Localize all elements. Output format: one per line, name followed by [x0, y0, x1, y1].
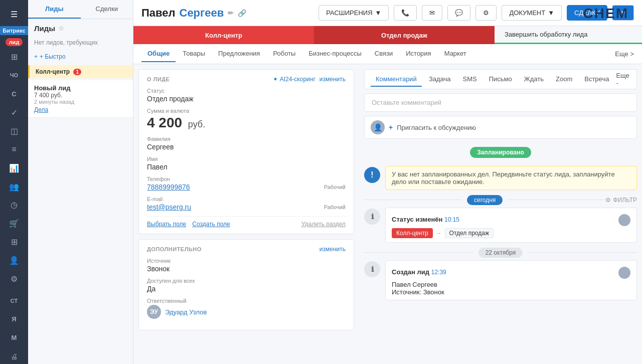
tab-roboty[interactable]: Роботы	[267, 46, 301, 62]
stage-zavershit[interactable]: Завершить обработку лида	[495, 26, 642, 44]
status-content: Статус изменён 10:15 Колл-центр → Отдел …	[385, 208, 637, 243]
users-icon[interactable]: 👤	[5, 253, 23, 268]
stage-koll-center[interactable]: Колл-центр	[133, 26, 314, 44]
delete-section-link[interactable]: Удалить раздел	[301, 221, 346, 228]
stage-otdel-prodazh-label: Отдел продаж	[381, 32, 427, 39]
quick-add-button[interactable]: + + Быстро	[28, 50, 133, 63]
activity-tab-meeting[interactable]: Встреча	[579, 72, 614, 87]
about-header: О ЛИДЕ ✦ AI24-скоринг изменить	[147, 76, 346, 83]
additional-header: ДОПОЛНИТЕЛЬНО изменить	[147, 246, 346, 253]
time-icon[interactable]: ◷	[5, 198, 23, 213]
chat-icon: 💬	[455, 9, 463, 17]
activity-tab-letter[interactable]: Письмо	[484, 72, 517, 87]
activity-tab-task[interactable]: Задача	[424, 72, 456, 87]
avatar: ЭУ	[147, 305, 161, 319]
planned-badge[interactable]: Запланировано	[470, 147, 531, 158]
tab-predlozheniya[interactable]: Предложения	[212, 46, 266, 62]
activity-tab-wait[interactable]: Ждать	[519, 72, 549, 87]
calendar-icon[interactable]: ◫	[5, 123, 23, 139]
reports-icon[interactable]: 📊	[5, 160, 23, 176]
about-edit-link[interactable]: изменить	[319, 76, 346, 83]
ct-label[interactable]: СТ	[5, 293, 23, 308]
email-value[interactable]: test@pserg.ru	[147, 203, 191, 211]
main-content: Павел Сергеев ✏ 🔗 РАСШИРЕНИЯ ▼ 📞 ✉ 💬 ⚙ Д…	[133, 0, 642, 364]
menu-icon[interactable]: ☰	[5, 5, 23, 23]
link-icon[interactable]: 🔗	[238, 9, 246, 17]
date-badge: 22 октября	[478, 249, 523, 256]
star-icon[interactable]: ☆	[58, 25, 64, 32]
status-to-chip: Отдел продаж	[445, 228, 494, 238]
responsible-name[interactable]: Эдуард Узлов	[165, 308, 207, 316]
feed-icon[interactable]: ≡	[5, 142, 23, 157]
tab-svyazi[interactable]: Связи	[369, 46, 399, 62]
available-field: Доступен для всех Да	[147, 278, 346, 293]
ai-scoring-badge[interactable]: ✦ AI24-скоринг	[273, 76, 315, 83]
create-field-link[interactable]: Создать поле	[192, 221, 230, 228]
arrow-icon: →	[436, 230, 442, 237]
print-icon[interactable]: 🖨	[5, 348, 23, 364]
stage-label[interactable]: Колл-центр 1	[28, 65, 133, 78]
phone-button[interactable]: 📞	[394, 5, 417, 21]
email-button[interactable]: ✉	[422, 5, 442, 21]
contacts-icon[interactable]: 👥	[5, 179, 23, 195]
left-panel: О ЛИДЕ ✦ AI24-скоринг изменить Статус От…	[133, 64, 359, 364]
settings-button[interactable]: ⚙	[475, 5, 497, 21]
activity-tab-sms[interactable]: SMS	[458, 72, 482, 87]
lastname-value: Сергеев	[147, 143, 346, 151]
tab-tovary[interactable]: Товары	[177, 46, 211, 62]
lid-badge[interactable]: лид	[6, 38, 23, 46]
activity-tab-comment[interactable]: Комментарий	[371, 72, 422, 87]
status-header: Статус изменён 10:15	[392, 212, 630, 226]
tab-lidy[interactable]: Лиды	[28, 0, 81, 19]
edit-icon[interactable]: ✏	[228, 9, 234, 17]
invite-plus: +	[389, 123, 393, 131]
dashboard-icon[interactable]: ⊞	[5, 49, 23, 65]
created-item: ℹ Создан лид 12:39 Павел Сергеев Источни…	[364, 260, 637, 300]
warning-item: ! У вас нет запланированных дел. Передви…	[364, 166, 637, 190]
tabs-more[interactable]: Еще >	[615, 50, 634, 58]
m-label[interactable]: М	[5, 330, 23, 345]
comment-box[interactable]: Оставьте комментарий	[364, 93, 637, 112]
activity-tab-zoom[interactable]: Zoom	[551, 72, 577, 87]
tab-market[interactable]: Маркет	[438, 46, 472, 62]
settings-icon[interactable]: ⚙	[5, 271, 23, 287]
activity-tabs-more[interactable]: Еще -	[616, 72, 630, 87]
tab-sdelki[interactable]: Сделки	[81, 0, 133, 19]
phone-icon: 📞	[401, 9, 409, 17]
app-name-badge[interactable]: Битрикс	[0, 26, 29, 35]
status-time: 10:15	[444, 216, 459, 223]
lead-card-link[interactable]: Дела	[34, 106, 127, 113]
phone-field: Телефон 78889999876 Рабочий	[147, 176, 346, 191]
available-value: Да	[147, 285, 346, 293]
created-title-row: Создан лид 12:39	[392, 268, 446, 276]
amount-label: Сумма и валюта	[147, 108, 346, 114]
shop-icon[interactable]: 🛒	[5, 216, 23, 231]
lead-card[interactable]: Новый лид 7 400 руб. 2 минуты назад Дела	[28, 80, 133, 118]
tab-biznes-processy[interactable]: Бизнес-процессы	[302, 46, 367, 62]
chat-icon[interactable]: ЧО	[5, 68, 23, 83]
secondary-sidebar-title: Лиды ☆	[28, 19, 133, 35]
invite-avatar: 👤	[371, 120, 385, 134]
chat-button[interactable]: 💬	[447, 5, 470, 21]
document-button[interactable]: ДОКУМЕНТ ▼	[502, 5, 562, 21]
rasshireniya-button[interactable]: РАСШИРЕНИЯ ▼	[318, 5, 389, 21]
about-footer: Выбрать поле Создать поле Удалить раздел	[147, 216, 346, 228]
email-label: E-mail	[147, 196, 346, 202]
additional-title: ДОПОЛНИТЕЛЬНО	[147, 246, 202, 252]
amount-value: 4 200 руб.	[147, 115, 346, 131]
status-title: Статус изменён	[392, 216, 442, 223]
email-type: Рабочий	[324, 204, 346, 210]
phone-value[interactable]: 78889999876	[147, 183, 190, 191]
email-inline: test@pserg.ru Рабочий	[147, 203, 346, 211]
additional-edit-link[interactable]: изменить	[319, 246, 346, 253]
ya-label[interactable]: Я	[5, 311, 23, 327]
tab-obshie[interactable]: Общие	[141, 46, 176, 62]
tab-istoriya[interactable]: История	[400, 46, 437, 62]
tasks-icon[interactable]: ✓	[5, 105, 23, 120]
select-field-link[interactable]: Выбрать поле	[147, 221, 186, 228]
invite-label[interactable]: Пригласить к обсуждению	[397, 124, 476, 131]
grid2-icon[interactable]: ⊞	[5, 234, 23, 250]
stage-otdel-prodazh[interactable]: Отдел продаж	[314, 26, 495, 44]
filter-link[interactable]: ⚙ ФИЛЬТР	[605, 197, 637, 204]
c-icon[interactable]: С	[5, 86, 23, 102]
